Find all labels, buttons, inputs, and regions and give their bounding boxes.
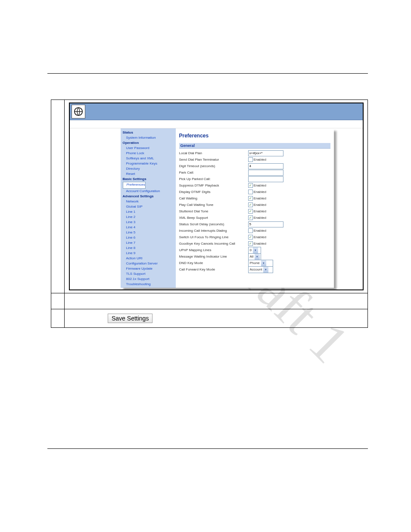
- pref-checkbox[interactable]: [248, 228, 253, 233]
- pref-checkbox[interactable]: [248, 190, 253, 194]
- pref-checkbox-label: Enabled: [254, 209, 266, 213]
- sidebar-item[interactable]: Softkeys and XML: [123, 156, 174, 161]
- pref-row: Stuttered Dial ToneEnabled: [179, 208, 330, 215]
- pref-checkbox-label: Enabled: [254, 196, 266, 200]
- pref-checkbox[interactable]: [248, 202, 253, 207]
- sidebar-item[interactable]: Line 5: [123, 230, 174, 235]
- pref-text-input[interactable]: [248, 150, 283, 156]
- section-general: General: [179, 143, 330, 149]
- sidebar-item[interactable]: Line 2: [123, 215, 174, 220]
- pref-label: Message Waiting Indicator Line: [179, 255, 248, 258]
- pref-checkbox-label: Enabled: [254, 158, 266, 162]
- sidebar-item[interactable]: Line 6: [123, 235, 174, 240]
- sidebar-item[interactable]: Global SIP: [123, 204, 174, 209]
- sidebar-item[interactable]: System Information: [123, 135, 174, 140]
- pref-row: Digit Timeout (seconds): [179, 163, 330, 169]
- pref-label: Suppress DTMF Playback: [179, 184, 248, 187]
- pref-row: Call Forward Key ModeAccount▾: [179, 266, 330, 273]
- pref-checkbox[interactable]: [248, 157, 253, 162]
- pref-label: DND Key Mode: [179, 261, 248, 265]
- globe-icon: [72, 105, 85, 118]
- pref-checkbox[interactable]: [248, 183, 253, 188]
- pref-checkbox[interactable]: [248, 235, 253, 240]
- sidebar-item[interactable]: Line 8: [123, 246, 174, 251]
- pref-label: Call Forward Key Mode: [179, 268, 248, 271]
- sidebar-section: Basic Settings: [123, 177, 174, 182]
- pref-row: UPnP Mapping Lines0▾: [179, 247, 330, 253]
- sidebar-item[interactable]: TLS Support: [123, 271, 174, 277]
- pref-row: Switch UI Focus To Ringing LineEnabled: [179, 234, 330, 240]
- page-title: Preferences: [179, 133, 330, 139]
- pref-text-input[interactable]: [248, 170, 283, 176]
- pref-text-input[interactable]: [248, 163, 283, 169]
- sidebar-section: Status: [123, 130, 174, 135]
- pref-row: DND Key ModePhone▾: [179, 260, 330, 266]
- pref-row: Local Dial Plan: [179, 150, 330, 156]
- pref-text-input[interactable]: [248, 221, 283, 227]
- sidebar-item[interactable]: Reset: [123, 171, 174, 177]
- pref-label: Incoming Call Interrupts Dialing: [179, 229, 248, 233]
- pref-label: Local Dial Plan: [179, 151, 248, 155]
- pref-label: UPnP Mapping Lines: [179, 248, 248, 252]
- pref-checkbox-label: Enabled: [254, 242, 266, 246]
- sidebar-item[interactable]: Configuration Server: [123, 261, 174, 266]
- sidebar-item[interactable]: Network: [123, 199, 174, 204]
- sidebar-item[interactable]: Phone Lock: [123, 151, 174, 156]
- pref-checkbox-label: Enabled: [254, 235, 266, 239]
- sidebar-item[interactable]: Preferences: [123, 182, 146, 189]
- pref-select[interactable]: All▾: [248, 253, 261, 260]
- pref-select[interactable]: Account▾: [248, 266, 273, 273]
- pref-row: Goodbye Key Cancels Incoming CallEnabled: [179, 240, 330, 247]
- pref-row: Message Waiting Indicator LineAll▾: [179, 253, 330, 260]
- sidebar-item[interactable]: Line 1: [123, 209, 174, 215]
- pref-label: Goodbye Key Cancels Incoming Call: [179, 242, 248, 246]
- sidebar-section: Operation: [123, 140, 174, 146]
- sidebar-item[interactable]: Line 7: [123, 240, 174, 246]
- pref-checkbox-label: Enabled: [254, 216, 266, 220]
- pref-checkbox-label: Enabled: [254, 184, 266, 187]
- sidebar-item[interactable]: Action URI: [123, 256, 174, 261]
- sidebar-item[interactable]: Line 3: [123, 220, 174, 225]
- pref-select[interactable]: 0▾: [248, 247, 261, 254]
- save-settings-button[interactable]: Save Settings: [108, 314, 153, 323]
- pref-label: Pick Up Parked Call:: [179, 177, 248, 181]
- sidebar-item[interactable]: Programmable Keys: [123, 161, 174, 166]
- pref-checkbox-label: Enabled: [254, 229, 266, 233]
- pref-row: Display DTMF DigitsEnabled: [179, 189, 330, 195]
- chevron-down-icon: ▾: [263, 267, 268, 273]
- phone-webui-screenshot: StatusSystem InformationOperationUser Pa…: [69, 103, 364, 290]
- pref-checkbox[interactable]: [248, 209, 253, 214]
- sidebar-item[interactable]: 802.1x Support: [123, 277, 174, 282]
- pref-row: Park Call:: [179, 169, 330, 176]
- chevron-down-icon: ▾: [255, 254, 260, 260]
- pref-row: Pick Up Parked Call:: [179, 176, 330, 182]
- sidebar-nav: StatusSystem InformationOperationUser Pa…: [121, 128, 176, 288]
- sidebar-item[interactable]: Directory: [123, 166, 174, 171]
- pref-label: XML Beep Support: [179, 216, 248, 220]
- pref-label: Digit Timeout (seconds): [179, 164, 248, 168]
- chevron-down-icon: ▾: [253, 247, 258, 253]
- pref-checkbox[interactable]: [248, 241, 253, 246]
- sidebar-section: Advanced Settings: [123, 194, 174, 199]
- pref-row: XML Beep SupportEnabled: [179, 215, 330, 221]
- pref-label: Stuttered Dial Tone: [179, 209, 248, 213]
- sidebar-item[interactable]: Troubleshooting: [123, 282, 174, 287]
- content-area: Preferences General Local Dial PlanSend …: [176, 128, 334, 288]
- pref-checkbox[interactable]: [248, 196, 253, 201]
- sidebar-item[interactable]: Line 4: [123, 225, 174, 230]
- sidebar-item[interactable]: Account Configuration: [123, 189, 174, 194]
- sidebar-item[interactable]: User Password: [123, 146, 174, 151]
- sidebar-item[interactable]: Line 9: [123, 251, 174, 256]
- pref-row: Send Dial Plan TerminatorEnabled: [179, 156, 330, 163]
- pref-row: Suppress DTMF PlaybackEnabled: [179, 182, 330, 189]
- pref-label: Park Call:: [179, 171, 248, 174]
- pref-text-input[interactable]: [248, 176, 283, 182]
- pref-label: Switch UI Focus To Ringing Line: [179, 235, 248, 239]
- pref-checkbox[interactable]: [248, 215, 253, 220]
- app-header: [70, 103, 363, 120]
- pref-select[interactable]: Phone▾: [248, 260, 273, 267]
- pref-row: Play Call Waiting ToneEnabled: [179, 202, 330, 208]
- preferences-panel: StatusSystem InformationOperationUser Pa…: [121, 128, 334, 288]
- pref-label: Play Call Waiting Tone: [179, 203, 248, 207]
- sidebar-item[interactable]: Firmware Update: [123, 266, 174, 271]
